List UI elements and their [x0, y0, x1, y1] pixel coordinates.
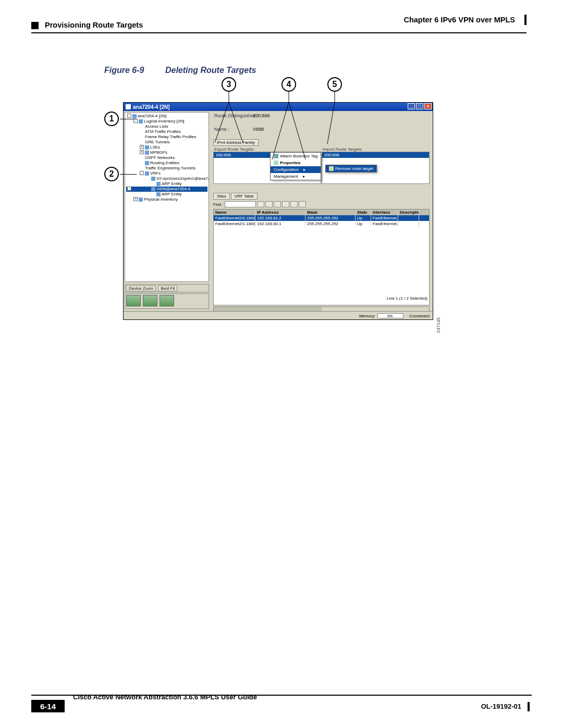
- memory-bar: 9%: [377, 313, 403, 318]
- name-value: V898: [253, 127, 264, 132]
- find-row: Find :: [213, 201, 430, 208]
- page-number: 6-14: [31, 700, 65, 712]
- window-buttons: _ □ ×: [408, 103, 432, 109]
- tree-pane[interactable]: -ana7204-4 [2N] -Logical Inventory [2N] …: [125, 112, 209, 282]
- callout-2: 2: [104, 167, 119, 181]
- import-label: Import Route Targets:: [322, 147, 430, 152]
- callout-4: 4: [282, 77, 296, 92]
- footer-right-bar: [528, 702, 530, 711]
- thumbnail-row[interactable]: [125, 293, 209, 309]
- menu-properties[interactable]: Properties: [271, 159, 321, 166]
- page-header: Provisioning Route Targets Chapter 6 IPv…: [31, 20, 532, 35]
- grid-header[interactable]: Name IP Address Mask State Interface Des…: [214, 209, 429, 215]
- ipv4-family-tab[interactable]: IPv4 Address Family: [213, 139, 259, 146]
- col-interface[interactable]: Interface: [371, 209, 398, 215]
- window-title: ana7204-4 [2N]: [133, 104, 170, 110]
- app-icon: [126, 104, 131, 109]
- rd-value: 200:898: [253, 113, 270, 118]
- tree-physical[interactable]: +Physical Inventory: [126, 197, 207, 202]
- memory-label: Memory:: [359, 314, 375, 318]
- toolbar-icon[interactable]: [274, 201, 281, 207]
- find-label: Find :: [213, 202, 224, 207]
- toolbar-icon[interactable]: [290, 201, 298, 207]
- tree-item[interactable]: Routing Entities: [126, 161, 207, 166]
- tree-item[interactable]: Access Lists: [126, 124, 207, 129]
- vrf-table-tab[interactable]: VRF Table: [231, 193, 258, 200]
- tree-item[interactable]: ATM Traffic Profiles: [126, 129, 207, 134]
- name-row: Name : V898: [211, 126, 432, 133]
- col-description[interactable]: Descriptio: [398, 209, 419, 215]
- tree-vrf-selected[interactable]: -V898@ana7204-4: [126, 187, 207, 192]
- context-submenu[interactable]: Remove route target: [325, 165, 377, 172]
- toolbar-icon[interactable]: [282, 201, 289, 207]
- memory-value: 9%: [378, 314, 393, 318]
- import-target-row[interactable]: 200:898: [322, 152, 429, 158]
- menu-attach-tag[interactable]: Attach Business Tag: [271, 153, 321, 159]
- sites-tabs: Sites VRF Table: [213, 193, 430, 200]
- tag-icon: [274, 154, 278, 158]
- find-input[interactable]: [225, 201, 256, 207]
- best-fit-button[interactable]: Best Fit: [158, 286, 177, 291]
- connected-label: Connected: [409, 314, 430, 318]
- route-distinguisher-row: Route Distinguisher: 200:898: [211, 112, 432, 119]
- export-label: Export Route Targets:: [213, 147, 321, 152]
- maximize-button[interactable]: □: [416, 103, 423, 109]
- header-rule: [31, 32, 527, 33]
- details-pane: Route Distinguisher: 200:898 Name : V898…: [211, 112, 432, 309]
- tree-item[interactable]: Frame Relay Traffic Profiles: [126, 134, 207, 140]
- tree-arp[interactable]: ARP Entity: [126, 192, 207, 197]
- menu-remove-route-target[interactable]: Remove route target: [326, 165, 376, 172]
- name-label: Name :: [214, 127, 229, 132]
- menu-configuration[interactable]: Configuration: [271, 166, 321, 173]
- properties-icon: [274, 161, 278, 165]
- close-button[interactable]: ×: [424, 103, 432, 109]
- toolbar-icon[interactable]: [299, 201, 306, 207]
- device-thumbnail[interactable]: [143, 295, 157, 306]
- tree-vrf-item[interactable]: V2:vpn2cenc2sprin1@ana7204-4: [126, 176, 207, 181]
- tree-root[interactable]: -ana7204-4 [2N]: [126, 114, 207, 119]
- window-body: -ana7204-4 [2N] -Logical Inventory [2N] …: [124, 111, 433, 310]
- title-bar[interactable]: ana7204-4 [2N] _ □ ×: [124, 103, 433, 111]
- sites-grid[interactable]: Name IP Address Mask State Interface Des…: [213, 209, 430, 305]
- tree-logical[interactable]: -Logical Inventory [2N]: [126, 119, 207, 124]
- locator-bar: Device Zoom Best Fit: [125, 284, 209, 292]
- export-targets-list[interactable]: 200:898 Attach Business Tag Properties C…: [213, 152, 321, 184]
- doc-number: OL-19192-01: [481, 702, 521, 710]
- figure-title: Deleting Route Targets: [165, 66, 256, 75]
- grid-row[interactable]: FastEthernet2/0.1866 192.168.61.2 255.25…: [214, 215, 429, 221]
- sites-tab[interactable]: Sites: [213, 193, 230, 200]
- page-footer: Cisco Active Network Abstraction 3.6.6 M…: [31, 695, 532, 712]
- tree-item[interactable]: GRE Tunnels: [126, 140, 207, 145]
- tree-item[interactable]: +MPBGPs: [126, 150, 207, 155]
- tree-item[interactable]: OSPF Networks: [126, 155, 207, 161]
- figure-id-number: 247145: [436, 317, 441, 333]
- col-mask[interactable]: Mask: [305, 209, 356, 215]
- device-zoom-button[interactable]: Device Zoom: [126, 286, 156, 291]
- header-chapter: Chapter 6 IPv6 VPN over MPLS: [403, 16, 515, 24]
- tree-item[interactable]: Traffic Engineering Tunnels: [126, 166, 207, 171]
- tree-item[interactable]: +LSEs: [126, 145, 207, 150]
- status-bar: Memory: 9% Connected: [124, 311, 433, 319]
- menu-management[interactable]: Management: [271, 173, 321, 180]
- device-thumbnail[interactable]: [160, 295, 174, 306]
- callout-5: 5: [327, 77, 342, 92]
- route-targets-area: Export Route Targets: 200:898 Attach Bus…: [211, 147, 432, 189]
- tree-vrfs[interactable]: -VRFs: [126, 171, 207, 176]
- selection-status: Line 1 (1 / 2 Selected): [387, 296, 427, 301]
- export-targets: Export Route Targets: 200:898 Attach Bus…: [213, 147, 321, 184]
- context-menu-main[interactable]: Attach Business Tag Properties Configura…: [270, 152, 321, 180]
- minimize-button[interactable]: _: [408, 103, 415, 109]
- col-ip[interactable]: IP Address: [255, 209, 305, 215]
- toolbar-icon[interactable]: [257, 201, 264, 207]
- header-right-bar: [524, 15, 527, 25]
- col-name[interactable]: Name: [214, 209, 255, 215]
- device-thumbnail[interactable]: [126, 295, 141, 306]
- figure-number: Figure 6-9: [104, 66, 144, 75]
- tree-arp[interactable]: ARP Entity: [126, 181, 207, 187]
- grid-row[interactable]: FastEthernet2/1.1866 192.168.60.1 255.25…: [214, 221, 429, 227]
- col-state[interactable]: State: [356, 209, 371, 215]
- callout-3: 3: [222, 77, 236, 92]
- toolbar-icon[interactable]: [265, 201, 273, 207]
- figure-caption: Figure 6-9 Deleting Route Targets: [104, 66, 256, 75]
- callout-1: 1: [104, 112, 119, 126]
